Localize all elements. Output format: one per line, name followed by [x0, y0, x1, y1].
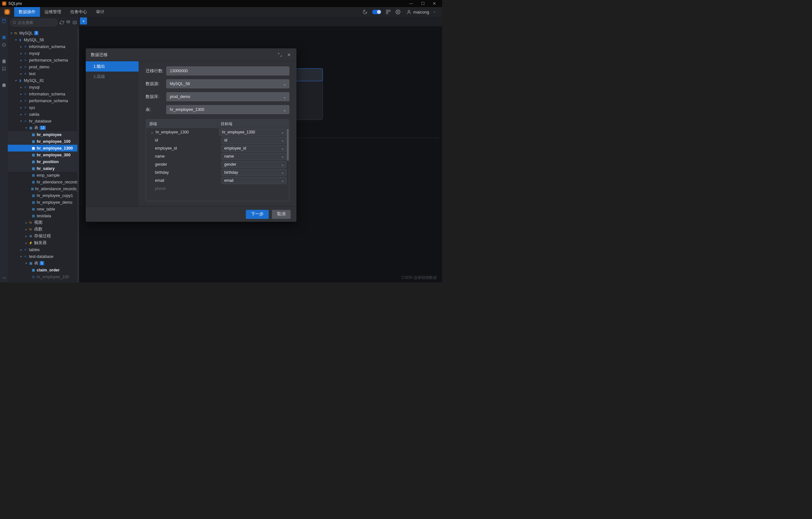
brand-icon [0, 9, 14, 15]
step-output[interactable]: 1.输出 [86, 61, 139, 72]
tree-table[interactable]: ▦emp_sample [8, 172, 79, 179]
tree-table[interactable]: ▦hr_employee [8, 131, 79, 138]
top-navigation: 数据操作 运维管理 任务中心 审计 maicong [0, 7, 442, 17]
database-tree[interactable]: ▾🗀MySQL3 ▾▮MySQL_56 ▸≡information_schema… [8, 28, 79, 282]
tree-table[interactable]: ▦hr_employee_copy1 [8, 192, 79, 199]
minimize-icon[interactable]: — [405, 1, 417, 6]
svg-rect-0 [386, 10, 388, 11]
nav-tab-audit[interactable]: 审计 [91, 7, 109, 17]
tree-table[interactable]: ▦hr_employee_100 [8, 273, 79, 280]
user-icon [406, 9, 411, 15]
dialog-expand-icon[interactable] [278, 53, 282, 57]
table-label: 表: [146, 107, 166, 112]
refresh-icon[interactable] [60, 20, 64, 25]
tree-tables-folder[interactable]: ▾▦表13 [8, 125, 79, 131]
maximize-icon[interactable]: ☐ [417, 1, 429, 6]
source-select[interactable]: MySQL_56⌄ [166, 79, 289, 88]
source-label: 数据源: [146, 81, 166, 87]
database-select[interactable]: prod_demo⌄ [166, 92, 289, 101]
tree-table[interactable]: ▦hr_salary [8, 165, 79, 172]
cancel-button[interactable]: 取消 [272, 210, 291, 219]
tree-db[interactable]: ▸≡performance_schema [8, 97, 79, 104]
map-tgt-select[interactable]: email⌄ [221, 177, 286, 184]
layout-icon[interactable] [386, 9, 391, 15]
search-placeholder: 点击搜索 [18, 20, 33, 25]
nav-tab-ops[interactable]: 运维管理 [40, 7, 66, 17]
map-root-source[interactable]: ⌄hr_employee_1300 [146, 130, 218, 134]
user-menu[interactable]: maicong [405, 9, 436, 15]
filter-icon[interactable] [66, 20, 70, 25]
rail-item-datasource[interactable]: 数据源 [2, 32, 6, 34]
tree-table[interactable]: ▦hr_position [8, 158, 79, 165]
tree-folder-triggers[interactable]: ▸⚡触发器 [8, 240, 79, 246]
tree-db-hr[interactable]: ▾≡hr_database [8, 118, 79, 125]
tree-table-selected[interactable]: ▦hr_employee_1300 [8, 145, 79, 152]
map-tgt-select[interactable]: id⌄ [221, 137, 286, 144]
rail-item-history[interactable]: 历史查询 [2, 55, 6, 58]
tree-table[interactable]: ▦testdata [8, 213, 79, 219]
tree-folder-funcs[interactable]: ▸fx函数 [8, 226, 79, 233]
tree-table[interactable]: ▦claim_order [8, 267, 79, 273]
step-advanced[interactable]: 2.高级 [86, 72, 139, 82]
tree-db-tables[interactable]: ▸≡tables [8, 246, 79, 253]
tree-db[interactable]: ▸≡information_schema [8, 43, 79, 50]
tree-table[interactable]: ▦hr_employee_100 [8, 138, 79, 145]
tree-table[interactable]: ▦hr_employee_300 [8, 152, 79, 158]
left-rail: 数据源 历史查询 保存的查询 [0, 17, 8, 282]
tree-conn-81[interactable]: ▾▮MySQL_81 [8, 77, 79, 84]
new-tab-icon[interactable] [72, 20, 77, 25]
col-header-target: 目标端 [218, 119, 289, 128]
tree-table[interactable]: ▦hr_attendance_records_s [8, 185, 79, 192]
tree-table[interactable]: ▦hr_employee_demo [8, 199, 79, 206]
nav-tab-data[interactable]: 数据操作 [14, 7, 40, 17]
map-root-target-select[interactable]: hr_employee_1300⌄ [219, 129, 286, 136]
settings-icon[interactable] [395, 9, 401, 15]
tree-db[interactable]: ▸≡performance_schema [8, 57, 79, 63]
tree-conn-56[interactable]: ▾▮MySQL_56 [8, 36, 79, 43]
map-src: gender [146, 162, 220, 167]
rows-input[interactable]: 13000000 [166, 66, 289, 76]
tree-db[interactable]: ▸≡mysql [8, 50, 79, 57]
map-src: employee_id [146, 146, 220, 151]
rail-db-icon[interactable] [2, 19, 6, 23]
theme-toggle[interactable] [372, 10, 381, 14]
search-input[interactable]: 点击搜索 [10, 19, 58, 26]
rail-history-icon[interactable] [2, 43, 6, 47]
nav-tab-tasks[interactable]: 任务中心 [66, 7, 91, 17]
col-header-source: 源端 [146, 119, 218, 128]
table-select[interactable]: hr_employee_1300⌄ [166, 105, 289, 114]
map-tgt-select[interactable]: gender⌄ [221, 161, 286, 168]
table-scrollbar[interactable] [287, 129, 289, 161]
tree-table[interactable]: ▦new_table [8, 206, 79, 213]
tree-db[interactable]: ▸≡information_schema [8, 90, 79, 97]
tree-root-mysql[interactable]: ▾🗀MySQL3 [8, 30, 79, 36]
dialog-title: 数据迁移 [91, 52, 108, 58]
next-button[interactable]: 下一步 [246, 210, 269, 219]
rail-item-saved[interactable]: 保存的查询 [2, 79, 6, 82]
map-tgt-select[interactable]: name⌄ [221, 153, 286, 160]
tree-db-test[interactable]: ▾≡test-database [8, 253, 79, 260]
svg-point-5 [2, 19, 5, 20]
rail-saved-icon[interactable] [2, 66, 6, 71]
map-tgt-select[interactable]: birthday⌄ [221, 169, 286, 176]
tree-db[interactable]: ▸≡sys [8, 104, 79, 111]
tree-folder-views[interactable]: ▸fx视图 [8, 219, 79, 226]
tree-db[interactable]: ▸≡mysql [8, 84, 79, 90]
tree-db[interactable]: ▸≡test [8, 70, 79, 77]
tree-db[interactable]: ▸≡sakila [8, 111, 79, 118]
tree-tables-folder-2[interactable]: ▾▦表5 [8, 260, 79, 267]
map-tgt-select[interactable]: employee_id⌄ [221, 145, 286, 152]
svg-point-7 [13, 21, 16, 24]
username-label: maicong [413, 10, 429, 15]
close-window-icon[interactable]: ✕ [429, 1, 440, 6]
map-src: email [146, 178, 220, 183]
rail-collapse-icon[interactable] [2, 276, 6, 280]
tree-folder-procs[interactable]: ▸⚙存储过程 [8, 233, 79, 240]
tree-table[interactable]: ▦hr_attendance_records [8, 179, 79, 185]
dialog-close-icon[interactable] [287, 53, 291, 57]
column-mapping-table: 源端 目标端 ⌄hr_employee_1300 hr_employee_130… [146, 119, 289, 201]
tree-db[interactable]: ▸≡prod_demo [8, 63, 79, 70]
svg-point-8 [67, 21, 69, 22]
app-title: SQLynx [8, 1, 405, 6]
chevron-down-icon: ⌄ [281, 130, 284, 134]
